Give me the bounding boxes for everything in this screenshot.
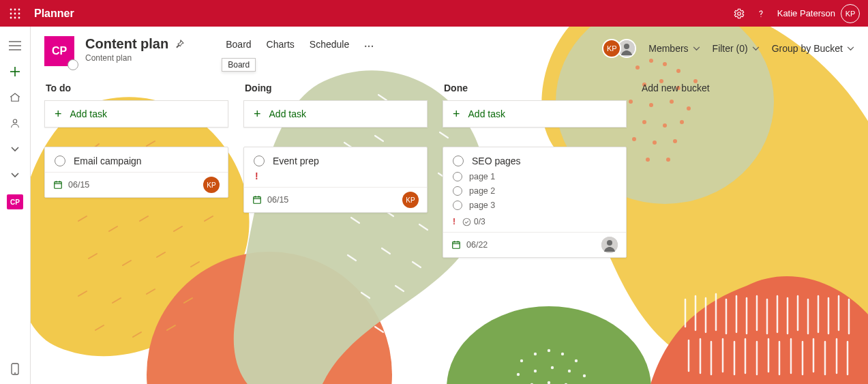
svg-point-3: [10, 12, 12, 14]
my-tasks-icon[interactable]: [8, 117, 22, 130]
svg-rect-147: [453, 242, 460, 249]
svg-point-4: [14, 12, 16, 14]
sidebar-section-toggle-1[interactable]: [8, 143, 22, 156]
group-label: Group by Bucket: [772, 43, 843, 54]
complete-toggle[interactable]: [254, 156, 265, 166]
svg-point-46: [561, 353, 564, 355]
bucket-title[interactable]: To do: [46, 83, 227, 93]
svg-point-47: [575, 359, 578, 362]
pin-icon[interactable]: [174, 39, 185, 50]
filter-label: Filter (0): [713, 43, 748, 54]
add-task-label: Add task: [269, 108, 306, 119]
svg-point-8: [18, 16, 20, 18]
plan-title: Content plan: [85, 36, 168, 52]
group-dropdown[interactable]: Group by Bucket: [772, 43, 854, 54]
bucket-title[interactable]: Done: [444, 83, 625, 93]
task-assignee[interactable]: KP: [402, 192, 419, 208]
add-bucket-button[interactable]: Add new bucket: [642, 83, 778, 93]
hub-icon[interactable]: [8, 91, 22, 104]
tab-board[interactable]: Board: [226, 39, 251, 54]
bucket-todo: To do + Add task Email campaign 06/15: [44, 78, 228, 198]
svg-point-6: [10, 16, 12, 18]
task-date: 06/15: [68, 180, 89, 190]
svg-point-50: [551, 366, 554, 369]
svg-point-137: [624, 44, 629, 49]
tab-more-icon[interactable]: ···: [364, 41, 374, 52]
sidebar-section-toggle-2[interactable]: [8, 168, 22, 182]
svg-point-16: [13, 119, 16, 123]
add-task-label: Add task: [468, 108, 505, 119]
svg-rect-142: [254, 197, 261, 204]
task-card[interactable]: SEO pages page 1 page 2 page 3 ! 0/3: [443, 147, 627, 258]
svg-point-1: [14, 8, 16, 10]
info-icon[interactable]: i: [68, 59, 78, 70]
checklist-toggle[interactable]: [453, 172, 462, 181]
task-title: Email campaign: [74, 156, 142, 166]
task-title: Event prep: [273, 156, 319, 166]
bucket-doing: Doing + Add task Event prep !: [243, 78, 428, 213]
complete-toggle[interactable]: [453, 156, 464, 166]
chevron-down-icon: [847, 46, 854, 51]
svg-point-152: [607, 240, 612, 246]
task-title: SEO pages: [472, 156, 521, 166]
new-plan-icon[interactable]: [8, 65, 22, 78]
left-sidebar: CP: [0, 27, 31, 384]
checklist-icon: [462, 218, 471, 226]
user-name[interactable]: Katie Paterson: [777, 8, 835, 18]
checklist-label: page 2: [469, 186, 495, 196]
tab-charts[interactable]: Charts: [267, 39, 295, 54]
settings-icon[interactable]: [728, 3, 750, 25]
bucket-title[interactable]: Doing: [245, 83, 426, 93]
task-assignee[interactable]: [601, 237, 618, 253]
complete-toggle[interactable]: [55, 156, 65, 166]
menu-icon[interactable]: [8, 39, 22, 53]
task-card[interactable]: Event prep ! 06/15 KP: [243, 147, 428, 213]
calendar-icon: [451, 240, 461, 250]
plus-icon: +: [55, 108, 62, 120]
mobile-icon[interactable]: [8, 362, 22, 376]
priority-icon: !: [453, 217, 455, 226]
plus-icon: +: [254, 108, 261, 120]
members-dropdown[interactable]: Members: [648, 43, 700, 54]
svg-point-49: [534, 370, 537, 372]
task-assignee[interactable]: KP: [203, 177, 220, 193]
member-avatars[interactable]: KP: [602, 39, 636, 58]
bucket-done: Done + Add task SEO pages page 1 page 2: [443, 78, 627, 258]
svg-point-54: [548, 381, 550, 384]
svg-point-7: [14, 16, 16, 18]
svg-point-43: [520, 359, 523, 362]
svg-point-0: [10, 8, 12, 10]
checklist-item[interactable]: page 1: [453, 172, 616, 181]
tab-schedule[interactable]: Schedule: [310, 39, 349, 54]
svg-point-45: [548, 349, 550, 352]
tab-tooltip: Board: [222, 58, 256, 72]
help-icon[interactable]: [750, 3, 772, 25]
checklist-item[interactable]: page 2: [453, 186, 616, 196]
checklist-toggle[interactable]: [453, 201, 462, 210]
svg-point-9: [737, 12, 740, 15]
chevron-down-icon: [752, 46, 760, 51]
add-task-label: Add task: [70, 108, 107, 119]
svg-point-48: [517, 373, 520, 376]
task-card[interactable]: Email campaign 06/15 KP: [44, 147, 228, 198]
svg-point-44: [534, 353, 537, 355]
app-header: Planner Katie Paterson KP: [0, 0, 868, 27]
plan-icon[interactable]: CP i: [44, 36, 74, 66]
app-launcher-icon[interactable]: [8, 7, 22, 20]
sidebar-plan-tile[interactable]: CP: [7, 194, 23, 209]
plan-icon-initials: CP: [52, 45, 67, 57]
avatar-user2: [601, 237, 618, 253]
calendar-icon: [252, 195, 262, 205]
members-label: Members: [648, 43, 688, 54]
add-task-button[interactable]: + Add task: [443, 100, 627, 128]
priority-icon: !: [255, 171, 417, 181]
add-task-button[interactable]: + Add task: [243, 100, 428, 128]
user-avatar[interactable]: KP: [841, 4, 860, 23]
checklist-toggle[interactable]: [453, 186, 462, 196]
add-task-button[interactable]: + Add task: [44, 100, 228, 128]
checklist-progress: 0/3: [462, 217, 485, 226]
plan-subtitle: Content plan: [85, 53, 185, 63]
filter-dropdown[interactable]: Filter (0): [713, 43, 760, 54]
checklist-item[interactable]: page 3: [453, 201, 616, 210]
svg-point-51: [568, 370, 571, 372]
